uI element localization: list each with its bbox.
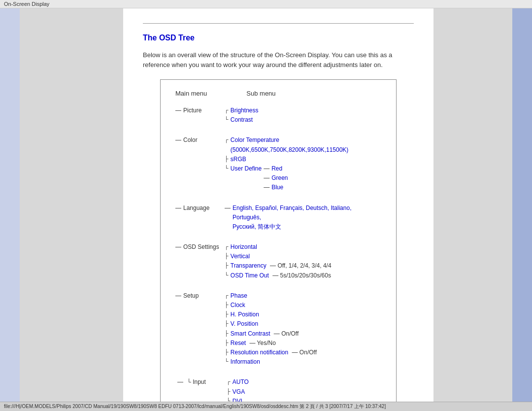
osd-tree-box: Main menu Sub menu Picture Brightness Co… [160, 79, 397, 411]
user-define-label: User Define [231, 164, 262, 173]
transparency-text: Transparency [231, 261, 266, 271]
option-red: Red [264, 164, 288, 173]
sidebar-inner-left [20, 8, 123, 411]
main-content: The OSD Tree Below is an overall view of… [123, 8, 433, 411]
sub-items-language: — English, Español, Français, Deutsch, I… [225, 204, 381, 232]
vertical-text: Vertical [231, 252, 250, 261]
phase-text: Phase [231, 291, 247, 301]
user-define-options: Red Green Blue [264, 164, 288, 193]
main-label-setup: Setup [175, 291, 225, 299]
divider [143, 23, 414, 24]
tree-header: Main menu Sub menu [175, 90, 381, 97]
tree-container: Picture Brightness Contrast Color [175, 106, 381, 406]
item-clock: Clock [225, 301, 381, 310]
section-language: Language — English, Español, Français, D… [175, 204, 381, 232]
description: Below is an overall view of the structur… [143, 50, 414, 69]
section-setup: Setup Phase Clock H. Position V. Positio… [175, 291, 381, 367]
item-brightness: Brightness [225, 106, 381, 115]
status-bar-text: file:///H|/OEM.MODELS/Philips 2007/CD Ma… [4, 404, 386, 409]
option-green: Green [264, 173, 288, 183]
reset-text: Reset [231, 339, 246, 348]
item-osd-timeout: OSD Time Out — 5s/10s/20s/30s/60s [225, 271, 381, 280]
item-color-temp: Color Temperature (5000K,6500K,7500K,820… [225, 136, 381, 154]
language-text: English, Español, Français, Deutsch, Ita… [233, 204, 381, 232]
smart-contrast-text: Smart Contrast [231, 329, 270, 339]
main-label-language: Language [175, 204, 225, 211]
item-phase: Phase [225, 291, 381, 301]
resolution-notification-options: — On/Off [290, 348, 317, 357]
item-v-position: V. Position [225, 319, 381, 329]
srgb-text: sRGB [231, 155, 246, 164]
sub-items-color: Color Temperature (5000K,6500K,7500K,820… [225, 136, 381, 192]
horizontal-text: Horizontal [231, 242, 257, 252]
option-blue: Blue [264, 183, 288, 192]
contrast-text: Contrast [231, 115, 253, 125]
sidebar-right [512, 8, 532, 411]
item-contrast: Contrast [225, 115, 381, 125]
sub-items-picture: Brightness Contrast [225, 106, 381, 125]
title-bar: On-Screen Display [0, 0, 532, 8]
green-text: Green [271, 173, 288, 183]
item-h-position: H. Position [225, 310, 381, 319]
section-picture: Picture Brightness Contrast [175, 106, 381, 125]
main-label-color: Color [175, 136, 225, 143]
osd-timeout-text: OSD Time Out [231, 271, 269, 280]
item-auto: AUTO [227, 377, 381, 387]
section-osd-settings: OSD Settings Horizontal Vertical Transpa… [175, 242, 381, 280]
user-define-block: User Define Red Green Blue [231, 164, 288, 193]
item-smart-contrast: Smart Contrast — On/Off [225, 329, 381, 339]
transparency-options: — Off, 1/4, 2/4, 3/4, 4/4 [268, 261, 332, 271]
main-label-osd-settings: OSD Settings [175, 242, 225, 250]
sub-items-setup: Phase Clock H. Position V. Position Smar [225, 291, 381, 367]
page-title: The OSD Tree [143, 34, 414, 42]
resolution-notification-text: Resolution notification [231, 348, 288, 357]
item-vga: VGA [227, 387, 381, 397]
clock-text: Clock [231, 301, 245, 310]
main-label-input: └ Input [177, 377, 227, 385]
red-text: Red [271, 164, 282, 173]
sub-items-osd-settings: Horizontal Vertical Transparency — Off, … [225, 242, 381, 280]
information-text: Information [231, 357, 260, 367]
item-language: — English, Español, Français, Deutsch, I… [225, 204, 381, 232]
vga-text: VGA [233, 387, 245, 397]
item-horizontal: Horizontal [225, 242, 381, 252]
item-transparency: Transparency — Off, 1/4, 2/4, 3/4, 4/4 [225, 261, 381, 271]
auto-text: AUTO [233, 377, 249, 387]
status-bar: file:///H|/OEM.MODELS/Philips 2007/CD Ma… [0, 402, 532, 411]
item-resolution-notification: Resolution notification — On/Off [225, 348, 381, 357]
item-vertical: Vertical [225, 252, 381, 261]
title-bar-text: On-Screen Display [4, 1, 49, 7]
sub-menu-label: Sub menu [246, 90, 275, 97]
main-menu-label: Main menu [175, 90, 207, 97]
smart-contrast-options: — On/Off [272, 329, 299, 339]
main-label-picture: Picture [175, 106, 225, 114]
item-reset: Reset — Yes/No [225, 339, 381, 348]
item-srgb: sRGB [225, 155, 381, 164]
h-position-text: H. Position [231, 310, 259, 319]
blue-text: Blue [271, 183, 283, 192]
sidebar-left [0, 8, 20, 411]
v-position-text: V. Position [231, 319, 258, 329]
sidebar-inner-right [433, 8, 512, 411]
brightness-text: Brightness [231, 106, 259, 115]
osd-timeout-options: — 5s/10s/20s/30s/60s [271, 271, 331, 280]
section-color: Color Color Temperature (5000K,6500K,750… [175, 136, 381, 192]
reset-options: — Yes/No [248, 339, 276, 348]
item-user-define: User Define Red Green Blue [225, 164, 381, 193]
color-temp-text: Color Temperature (5000K,6500K,7500K,820… [231, 136, 381, 154]
item-information: Information [225, 357, 381, 367]
